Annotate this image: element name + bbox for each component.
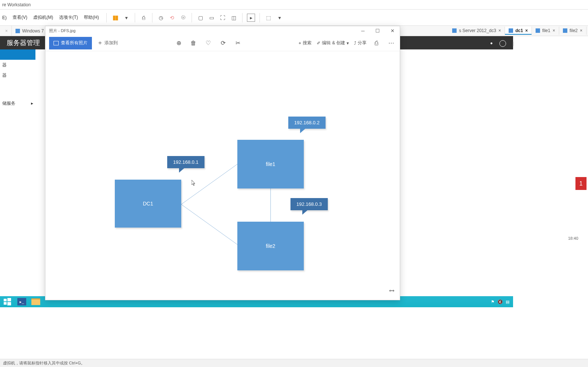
callout-text: 192.168.0.1 xyxy=(173,159,199,165)
add-to-button[interactable]: ＋ 添加到 xyxy=(97,39,118,47)
divider: | xyxy=(513,41,514,46)
picture-icon xyxy=(54,41,59,45)
tab-dc3[interactable]: s Server 2012_dc3 × xyxy=(448,27,505,35)
clock-icon[interactable]: ◷ xyxy=(157,14,165,22)
svg-rect-1 xyxy=(7,298,11,301)
vm-icon xyxy=(452,28,457,33)
crop-icon[interactable]: ✂ xyxy=(233,38,243,48)
server-manager-header-right: • | ▛ 管理(M) 工具(T) 视图 xyxy=(490,38,584,49)
sidebar-item-2[interactable]: 器 xyxy=(0,70,35,80)
console-view-icon[interactable]: ▸ xyxy=(247,14,255,22)
tools-menu[interactable]: 工具(T) xyxy=(554,41,568,47)
add-to-label: 添加到 xyxy=(104,40,118,46)
favorite-icon[interactable]: ♡ xyxy=(203,38,213,48)
server-manager-sidebar: 器 器 储服务 ▸ xyxy=(0,49,35,307)
ip-callout-3: 192.168.0.3 xyxy=(290,198,328,210)
node-label: DC1 xyxy=(143,201,153,207)
stretch-dropdown-icon[interactable]: ▾ xyxy=(275,14,283,22)
more-icon[interactable]: ⋯ xyxy=(386,38,396,48)
close-button[interactable]: ✕ xyxy=(385,26,400,35)
refresh-icon[interactable] xyxy=(499,40,506,47)
speaker-icon[interactable]: 🔇 xyxy=(498,300,503,304)
tab-home[interactable]: × xyxy=(0,26,12,36)
vm-icon xyxy=(563,28,567,33)
revert-icon[interactable]: ⟲ xyxy=(168,14,176,22)
time-label: 18:40 xyxy=(568,236,587,240)
start-button[interactable] xyxy=(0,296,15,307)
photos-toolbar: 查看所有照片 ＋ 添加到 ⊕ 🗑 ♡ ⟳ ✂ ⌖ 搜索 ✐ 编辑 & 创建 ▾ … xyxy=(45,35,400,51)
close-icon[interactable]: × xyxy=(525,28,528,33)
tab-label: s Server 2012_dc3 xyxy=(459,28,496,33)
view-all-photos-button[interactable]: 查看所有照片 xyxy=(49,37,92,49)
task-explorer-icon[interactable] xyxy=(29,296,43,307)
svg-line-5 xyxy=(181,204,237,245)
flag-icon[interactable]: ⚑ xyxy=(491,300,495,304)
tab-label: file2 xyxy=(570,28,578,33)
share-label: 分享 xyxy=(358,40,367,46)
diagram-node-file1: file1 xyxy=(237,140,304,188)
visual-search-icon: ⌖ xyxy=(299,41,301,46)
edit-create-button[interactable]: ✐ 编辑 & 创建 ▾ xyxy=(317,40,349,46)
tab-label: dc1 xyxy=(515,28,523,33)
close-icon[interactable]: × xyxy=(498,28,501,33)
snapshot-icon[interactable]: ⎙ xyxy=(140,14,148,22)
photos-titlebar[interactable]: 照片 - DFS.jpg ─ ☐ ✕ xyxy=(45,26,400,35)
manage-snapshot-icon[interactable]: ⦾ xyxy=(179,14,187,22)
pause-dropdown-icon[interactable]: ▾ xyxy=(122,14,130,22)
menu-help[interactable]: 帮助(H) xyxy=(84,14,99,21)
window-title: 照片 - DFS.jpg xyxy=(49,28,76,34)
ip-callout-2: 192.168.0.2 xyxy=(288,117,326,129)
stretch-icon[interactable]: ⬚ xyxy=(264,14,272,22)
tab-dc1[interactable]: dc1 × xyxy=(505,27,532,35)
vmware-tabs-right: s Server 2012_dc3 × dc1 × file1 × file2 … xyxy=(448,27,587,35)
svg-rect-0 xyxy=(4,299,7,301)
host-statusbar: 虚拟机，请将鼠标指针移入其中或按 Ctrl+G。 xyxy=(0,359,588,367)
host-status-text: 虚拟机，请将鼠标指针移入其中或按 Ctrl+G。 xyxy=(3,360,85,366)
diagram-lines xyxy=(45,51,400,300)
close-icon[interactable]: × xyxy=(5,28,8,34)
tab-file1[interactable]: file1 × xyxy=(532,27,559,35)
chevron-right-icon: ▸ xyxy=(31,101,33,106)
menu-view[interactable]: 查看(V) xyxy=(13,14,27,21)
print-icon[interactable]: ⎙ xyxy=(372,38,381,48)
node-label: file1 xyxy=(266,161,275,167)
minimize-button[interactable]: ─ xyxy=(355,26,370,35)
sidebar-item-0[interactable] xyxy=(0,49,35,60)
task-powershell-icon[interactable]: ▸_ xyxy=(15,296,29,307)
tab-file2[interactable]: file2 × xyxy=(559,27,587,35)
sidebar-item-1[interactable]: 器 xyxy=(0,60,35,70)
zoom-icon[interactable]: ⊕ xyxy=(174,38,183,48)
diagram-node-dc1: DC1 xyxy=(115,180,181,228)
ip-callout-1: 192.168.0.1 xyxy=(167,156,204,168)
visual-search-button[interactable]: ⌖ 搜索 xyxy=(299,40,312,46)
close-icon[interactable]: × xyxy=(580,28,582,33)
layout-single-icon[interactable]: ▢ xyxy=(196,14,204,22)
svg-line-4 xyxy=(181,164,237,204)
svg-rect-2 xyxy=(4,302,7,305)
vm-icon xyxy=(536,28,540,33)
rotate-icon[interactable]: ⟳ xyxy=(218,38,228,48)
expand-icon[interactable]: ⤢ xyxy=(387,286,396,295)
menu-tabs[interactable]: 选项卡(T) xyxy=(59,14,78,21)
alert-badge[interactable]: 1 xyxy=(575,177,587,190)
layout-unity-icon[interactable]: ◫ xyxy=(230,14,238,22)
photos-canvas: DC1 file1 file2 192.168.0.1 192.168.0.2 … xyxy=(45,51,400,300)
layout-fullscreen-icon[interactable]: ⛶ xyxy=(219,14,227,22)
view-menu[interactable]: 视图 xyxy=(575,41,584,47)
system-tray[interactable]: ⚑ 🔇 ▤ xyxy=(491,300,513,304)
network-icon[interactable]: ▤ xyxy=(506,300,509,304)
flag-icon[interactable]: ▛ xyxy=(520,40,525,47)
close-icon[interactable]: × xyxy=(553,28,555,33)
maximize-button[interactable]: ☐ xyxy=(370,26,385,35)
share-button[interactable]: ⤴ 分享 xyxy=(354,40,367,46)
manage-menu[interactable]: 管理(M) xyxy=(532,41,547,47)
layout-console-icon[interactable]: ▭ xyxy=(207,14,216,22)
callout-text: 192.168.0.3 xyxy=(296,201,322,207)
delete-icon[interactable]: 🗑 xyxy=(189,38,198,48)
sidebar-item-storage[interactable]: 储服务 ▸ xyxy=(0,98,35,108)
pause-button[interactable]: ▮▮ xyxy=(111,14,119,22)
menu-vm[interactable]: 虚拟机(M) xyxy=(33,14,53,21)
menu-e[interactable]: E) xyxy=(2,15,7,20)
vm-icon xyxy=(509,28,513,33)
tab-label: file1 xyxy=(542,28,550,33)
